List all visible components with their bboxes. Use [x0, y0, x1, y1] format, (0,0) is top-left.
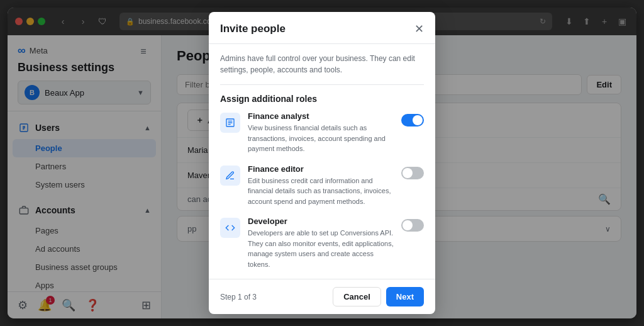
developer-info: Developer Developers are able to set up …: [248, 216, 394, 269]
modal-body: Admins have full control over your busin…: [209, 44, 435, 279]
role-item-developer: Developer Developers are able to set up …: [220, 216, 424, 269]
role-item-finance-analyst: Finance analyst View business financial …: [220, 111, 424, 154]
modal-footer: Step 1 of 3 Cancel Next: [209, 279, 435, 314]
step-label: Step 1 of 3: [220, 293, 257, 301]
admin-description: Admins have full control over your busin…: [220, 53, 424, 85]
modal-header: Invite people ✕: [209, 12, 435, 44]
toggle-knob: [402, 168, 413, 178]
toggle-knob: [413, 115, 423, 125]
finance-analyst-name: Finance analyst: [248, 111, 394, 121]
footer-buttons: Cancel Next: [333, 287, 424, 306]
modal-title: Invite people: [220, 23, 286, 35]
developer-name: Developer: [248, 216, 394, 226]
developer-icon: [220, 218, 240, 238]
role-item-finance-editor: Finance editor Edit business credit card…: [220, 164, 424, 207]
finance-editor-desc: Edit business credit card information an…: [248, 176, 394, 207]
finance-analyst-icon: [220, 113, 240, 133]
developer-desc: Developers are able to set up Conversion…: [248, 228, 394, 269]
finance-editor-toggle[interactable]: [401, 167, 424, 179]
invite-people-modal: Invite people ✕ Admins have full control…: [209, 12, 435, 314]
finance-editor-icon: [220, 166, 240, 186]
finance-analyst-info: Finance analyst View business financial …: [248, 111, 394, 154]
toggle-knob: [402, 220, 413, 230]
finance-editor-name: Finance editor: [248, 164, 394, 174]
modal-close-button[interactable]: ✕: [414, 22, 424, 36]
finance-analyst-desc: View business financial details such as …: [248, 123, 394, 154]
cancel-button[interactable]: Cancel: [333, 287, 381, 306]
assign-roles-label: Assign additional roles: [220, 94, 424, 104]
next-button[interactable]: Next: [386, 287, 424, 306]
finance-analyst-toggle[interactable]: [401, 114, 424, 126]
finance-editor-info: Finance editor Edit business credit card…: [248, 164, 394, 207]
modal-overlay[interactable]: Invite people ✕ Admins have full control…: [0, 0, 644, 326]
developer-toggle[interactable]: [401, 219, 424, 232]
